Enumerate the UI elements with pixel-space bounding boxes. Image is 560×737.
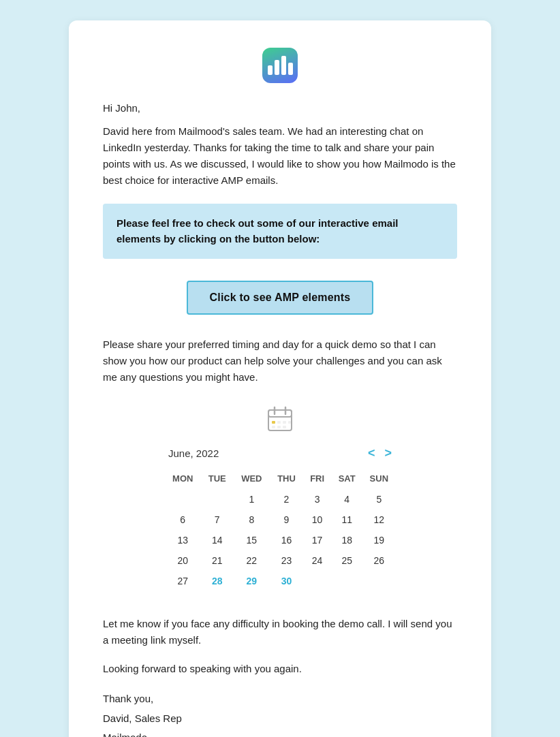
calendar-cell <box>332 571 362 591</box>
footer-text-1: Let me know if you face any difficulty i… <box>103 616 457 648</box>
logo-bar-1 <box>268 65 273 75</box>
calendar-cell[interactable]: 17 <box>302 530 331 550</box>
calendar-body: 1234567891011121314151617181920212223242… <box>164 489 396 591</box>
calendar-prev-button[interactable]: < <box>368 446 375 460</box>
calendar-cell[interactable]: 14 <box>201 530 233 550</box>
sign-thank: Thank you, <box>103 689 457 709</box>
calendar-cell[interactable]: 28 <box>201 571 233 591</box>
calendar-cell[interactable]: 26 <box>362 550 396 571</box>
calendar-icon <box>265 405 295 435</box>
calendar-row: 27282930 <box>164 571 396 591</box>
calendar-cell[interactable]: 8 <box>233 509 270 530</box>
calendar-cell[interactable]: 6 <box>164 509 201 530</box>
logo-bar-2 <box>275 60 279 75</box>
svg-rect-6 <box>283 421 286 424</box>
calendar-cell[interactable]: 11 <box>332 509 362 530</box>
logo-bar-4 <box>288 63 293 75</box>
svg-rect-7 <box>272 426 275 428</box>
calendar-icon-wrap <box>265 405 295 437</box>
footer-text-2: Looking forward to speaking with you aga… <box>103 661 457 677</box>
cal-day-mon: MON <box>164 470 201 489</box>
body-paragraph-1: David here from Mailmood's sales team. W… <box>103 123 457 189</box>
greeting: Hi John, <box>103 102 457 114</box>
calendar-cell <box>302 571 331 591</box>
calendar-header: June, 2022 < > <box>164 446 396 460</box>
calendar-cell[interactable]: 20 <box>164 550 201 571</box>
calendar-cell[interactable]: 2 <box>270 489 303 509</box>
highlight-box: Please feel free to check out some of ou… <box>103 204 457 259</box>
calendar-grid: MON TUE WED THU FRI SAT SUN 123456789101… <box>164 470 396 591</box>
calendar-row: 20212223242526 <box>164 550 396 571</box>
calendar-nav: < > <box>368 446 392 460</box>
calendar-cell[interactable]: 13 <box>164 530 201 550</box>
calendar-cell <box>201 489 233 509</box>
calendar-cell[interactable]: 16 <box>270 530 303 550</box>
calendar-cell[interactable]: 24 <box>302 550 331 571</box>
cal-day-wed: WED <box>233 470 270 489</box>
mailmodo-logo-icon <box>262 48 298 83</box>
logo-bars <box>268 56 293 75</box>
cal-day-sat: SAT <box>332 470 362 489</box>
calendar-widget: June, 2022 < > MON TUE WED THU FRI SAT S… <box>164 446 396 591</box>
calendar-row: 13141516171819 <box>164 530 396 550</box>
calendar-cell[interactable]: 22 <box>233 550 270 571</box>
calendar-next-button[interactable]: > <box>384 446 392 460</box>
calendar-cell[interactable]: 15 <box>233 530 270 550</box>
svg-rect-10 <box>288 421 291 424</box>
svg-rect-1 <box>268 410 292 417</box>
svg-rect-4 <box>272 421 275 424</box>
calendar-cell[interactable]: 23 <box>270 550 303 571</box>
cta-wrap: Click to see AMP elements <box>103 281 457 315</box>
calendar-cell[interactable]: 12 <box>362 509 396 530</box>
calendar-cell[interactable]: 19 <box>362 530 396 550</box>
sign-off: Thank you, David, Sales Rep Mailmodo <box>103 689 457 737</box>
cal-day-sun: SUN <box>362 470 396 489</box>
calendar-month: June, 2022 <box>168 448 219 459</box>
cal-day-fri: FRI <box>302 470 331 489</box>
calendar-cell[interactable]: 1 <box>233 489 270 509</box>
svg-rect-5 <box>277 421 281 424</box>
calendar-cell[interactable]: 18 <box>332 530 362 550</box>
logo-wrap <box>103 48 457 83</box>
calendar-cell <box>164 489 201 509</box>
logo-bar-3 <box>281 56 286 75</box>
highlight-text: Please feel free to check out some of ou… <box>116 216 444 247</box>
calendar-cell[interactable]: 27 <box>164 571 201 591</box>
calendar-cell <box>362 571 396 591</box>
timing-text: Please share your preferred timing and d… <box>103 336 457 386</box>
calendar-cell[interactable]: 7 <box>201 509 233 530</box>
calendar-cell[interactable]: 5 <box>362 489 396 509</box>
cal-day-thu: THU <box>270 470 303 489</box>
calendar-cell[interactable]: 4 <box>332 489 362 509</box>
amp-elements-button[interactable]: Click to see AMP elements <box>187 281 374 315</box>
calendar-cell[interactable]: 9 <box>270 509 303 530</box>
calendar-days-header: MON TUE WED THU FRI SAT SUN <box>164 470 396 489</box>
calendar-cell[interactable]: 10 <box>302 509 331 530</box>
calendar-row: 12345 <box>164 489 396 509</box>
calendar-section: June, 2022 < > MON TUE WED THU FRI SAT S… <box>103 405 457 591</box>
email-card: Hi John, David here from Mailmood's sale… <box>69 20 491 737</box>
calendar-cell[interactable]: 29 <box>233 571 270 591</box>
sign-name: David, Sales Rep <box>103 709 457 729</box>
calendar-cell[interactable]: 30 <box>270 571 303 591</box>
svg-rect-8 <box>277 426 281 428</box>
svg-rect-9 <box>283 426 286 428</box>
calendar-cell[interactable]: 21 <box>201 550 233 571</box>
sign-company: Mailmodo <box>103 728 457 737</box>
calendar-cell[interactable]: 3 <box>302 489 331 509</box>
calendar-cell[interactable]: 25 <box>332 550 362 571</box>
calendar-row: 6789101112 <box>164 509 396 530</box>
cal-day-tue: TUE <box>201 470 233 489</box>
